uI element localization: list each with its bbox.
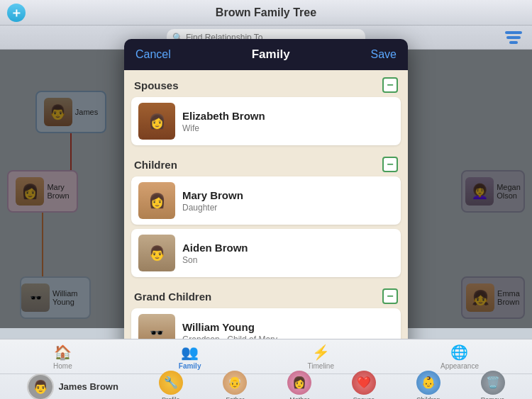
timeline-icon: ⚡ [312, 344, 330, 361]
spouses-section-header: Spouses − [124, 70, 408, 97]
nav-row: 🏠 Home 👥 Family ⚡ Timeline 🌐 Appearance [0, 339, 532, 374]
grandchildren-title: Grand Children [134, 291, 211, 303]
mother-button[interactable]: 👩 Mother [287, 371, 311, 400]
filter-icon[interactable] [504, 30, 523, 45]
remove-label: Remove [481, 396, 505, 400]
james-bottom-name: James Brown [58, 381, 118, 392]
elizabeth-name: Elizabeth Brown [182, 110, 394, 122]
profile-button[interactable]: 🔧 Profile [159, 371, 183, 400]
remove-button[interactable]: 🗑️ Remove [481, 371, 505, 400]
elizabeth-info: Elizabeth Brown Wife [182, 110, 394, 133]
father-label: Father [226, 396, 244, 400]
mary-brown-info: Mary Brown Daughter [182, 189, 394, 213]
modal-title: Family [252, 47, 290, 62]
children-minus-button[interactable]: − [382, 157, 398, 172]
svg-rect-1 [506, 36, 521, 39]
svg-rect-2 [509, 41, 518, 44]
add-button[interactable]: ＋ [7, 4, 26, 22]
spouse-button[interactable]: ❤️ Spouse [352, 371, 376, 400]
aiden-brown-name: Aiden Brown [182, 242, 394, 254]
spouses-minus-button[interactable]: − [382, 77, 398, 93]
appearance-icon: 🌐 [450, 344, 468, 361]
father-icon: 👴 [223, 371, 247, 395]
grandchildren-minus-button[interactable]: − [382, 288, 398, 304]
children-button[interactable]: 👶 Children [416, 371, 440, 400]
elizabeth-relation: Wife [182, 123, 394, 133]
profile-label: Profile [162, 396, 180, 400]
app-title: Brown Family Tree [216, 6, 316, 19]
william-young-name: William Young [182, 321, 394, 333]
profile-icon: 🔧 [159, 371, 183, 395]
spouses-title: Spouses [134, 79, 179, 91]
nav-home[interactable]: 🏠 Home [48, 341, 78, 373]
timeline-label: Timeline [308, 362, 334, 370]
remove-icon: 🗑️ [481, 371, 505, 395]
svg-rect-0 [505, 31, 522, 34]
mary-brown-relation: Daughter [182, 203, 394, 213]
nav-timeline[interactable]: ⚡ Timeline [302, 341, 340, 373]
cancel-button[interactable]: Cancel [135, 48, 171, 61]
home-icon: 🏠 [54, 344, 72, 361]
aiden-brown-card[interactable]: 👨 Aiden Brown Son [131, 229, 401, 277]
children-label: Children [416, 396, 440, 400]
elizabeth-brown-card[interactable]: 👩 Elizabeth Brown Wife [131, 97, 401, 145]
elizabeth-photo: 👩 [138, 103, 175, 140]
children-section-header: Children − [124, 150, 408, 176]
mother-icon: 👩 [287, 371, 311, 395]
spouse-label: Spouse [353, 396, 375, 400]
james-bottom-photo: 👨 [27, 373, 54, 400]
save-button[interactable]: Save [371, 48, 397, 61]
modal-header: Cancel Family Save [124, 39, 408, 70]
nav-family[interactable]: 👥 Family [173, 341, 207, 373]
mary-brown-name: Mary Brown [182, 189, 394, 201]
home-label: Home [53, 362, 72, 370]
aiden-brown-relation: Son [182, 255, 394, 265]
nav-appearance[interactable]: 🌐 Appearance [435, 341, 484, 373]
children-icon: 👶 [416, 371, 440, 395]
aiden-brown-info: Aiden Brown Son [182, 242, 394, 265]
aiden-brown-photo: 👨 [138, 235, 175, 271]
bottom-toolbar: 🏠 Home 👥 Family ⚡ Timeline 🌐 Appearance … [0, 339, 532, 399]
family-icon: 👥 [181, 344, 199, 361]
grandchildren-section-header: Grand Children − [124, 281, 408, 308]
mary-brown-card[interactable]: 👩 Mary Brown Daughter [131, 176, 401, 225]
family-label: Family [179, 362, 201, 370]
mother-label: Mother [289, 396, 309, 400]
children-title: Children [134, 159, 177, 171]
action-row: 👨 James Brown 🔧 Profile 👴 Father 👩 Mothe… [0, 374, 532, 399]
appearance-label: Appearance [440, 362, 479, 370]
spouse-icon: ❤️ [352, 371, 376, 395]
father-button[interactable]: 👴 Father [223, 371, 247, 400]
james-brown-card: 👨 James Brown [27, 373, 118, 400]
mary-brown-photo: 👩 [138, 182, 175, 219]
top-bar: ＋ Brown Family Tree [0, 0, 532, 26]
